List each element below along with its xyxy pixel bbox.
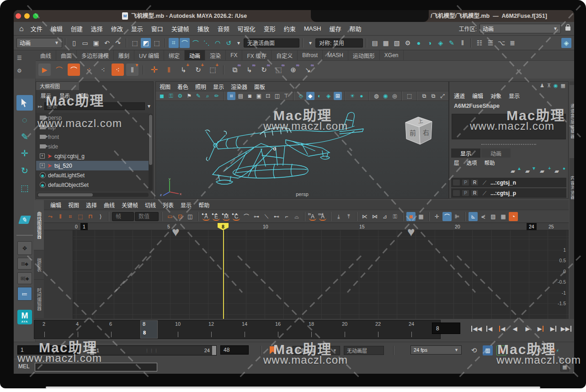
character-set-dropdown[interactable]: 无角色集▼ <box>293 346 340 355</box>
graph-channel-column[interactable] <box>44 223 73 319</box>
graph-body[interactable]: 0 1 5 8 10 15 20 24 25 1 0.5 0 -0.5 -1 -… <box>44 223 569 319</box>
shelf-tab-animation[interactable]: 动画 <box>185 50 205 60</box>
pane-layout-2-icon[interactable]: ⧉ <box>429 92 437 100</box>
pre-infinity-cycle-icon[interactable]: ◔ <box>509 212 518 221</box>
shelf-tab-custom[interactable]: 自定义 <box>272 50 298 60</box>
anim-prefs-time-icon[interactable]: ⟳ <box>535 345 545 355</box>
layer-tab-display[interactable]: 显示 <box>451 148 480 158</box>
outliner-vertical-scrollbar[interactable] <box>149 114 153 191</box>
graph-frame-input[interactable] <box>112 212 134 221</box>
aim-constraint-icon[interactable]: ⊕∞ <box>287 64 299 76</box>
pause-viewport-icon[interactable]: ‖ <box>458 38 468 48</box>
shelf-tab-fx[interactable]: FX <box>226 50 242 60</box>
textured-icon[interactable]: ◈ <box>325 92 333 100</box>
new-scene-icon[interactable]: ▯ <box>69 38 79 48</box>
auto-keyframe-icon[interactable]: ⚙⚡ <box>549 345 559 355</box>
outliner-item-defaultlightset[interactable]: defaultLightSet <box>36 170 149 180</box>
shelf-tab-xgen[interactable]: XGen <box>380 50 404 60</box>
set-key-options-icon[interactable]: ⫴ <box>163 64 175 76</box>
in-tangent-icon[interactable]: inA <box>308 212 317 221</box>
set-translate-key-icon[interactable]: ↳+ <box>177 64 190 76</box>
play-backwards-button[interactable]: ◀ <box>509 323 521 334</box>
graph-value-input[interactable] <box>135 212 159 221</box>
film-gate-icon[interactable]: ▤ <box>236 92 245 100</box>
select-camera-icon[interactable]: ◼ <box>158 92 166 100</box>
resolution-gate-icon[interactable]: ◙ <box>245 92 254 100</box>
viewport-menu-show[interactable]: 显示 <box>213 83 224 90</box>
pole-vector-icon[interactable]: ↘∞ <box>302 64 314 76</box>
out-tangent-icon[interactable]: outA <box>318 212 327 221</box>
lock-tangent-weight-icon[interactable]: ⚿ <box>390 212 400 221</box>
ease-tangent-icon[interactable]: ●-●E <box>212 212 221 221</box>
ipr-render-icon[interactable]: ▧ <box>392 38 402 48</box>
menu-display[interactable]: 显示 <box>127 24 147 33</box>
graph-plot-area[interactable] <box>73 230 569 319</box>
menu-constrain[interactable]: 约束 <box>280 24 300 33</box>
layer-move-down-icon[interactable]: ▰▼ <box>525 168 535 175</box>
auto-snap-icon[interactable]: ◙ <box>406 212 416 221</box>
bookmark-add-icon[interactable]: + <box>270 346 276 354</box>
snap-curve-icon[interactable]: ⌒ <box>180 38 190 48</box>
pane-layout-icon[interactable]: ⧉ <box>420 92 428 100</box>
step-tangent-icon[interactable]: ⌐ <box>282 212 291 221</box>
point-constraint-icon[interactable]: ↳∞ <box>243 64 256 76</box>
channel-attributes-area[interactable] <box>452 114 566 139</box>
layout-outliner-persp-button[interactable]: ≔ <box>17 287 32 301</box>
isolate-select-icon[interactable]: ⬚ <box>405 92 414 100</box>
shelf-tab-curves[interactable]: 曲线 <box>36 50 56 60</box>
display-layers-icon[interactable]: ◈ <box>561 38 571 48</box>
graph-menu-keys[interactable]: 关键帧 <box>122 201 138 209</box>
viewport-menu-renderer[interactable]: 渲染器 <box>231 83 247 90</box>
channel-menu-channels[interactable]: 通道 <box>454 92 465 100</box>
go-to-start-button[interactable]: ◀◀ <box>471 323 482 334</box>
minimize-window-button[interactable] <box>24 13 30 19</box>
region-select-icon[interactable]: ⬚ <box>76 212 85 221</box>
layer-row-cgtsj-p[interactable]: P R ⟋ ...:cgtsj_p <box>451 188 566 198</box>
outliner-menu-help[interactable]: 帮助 <box>78 92 89 99</box>
time-snap-icon[interactable]: ▦ <box>416 212 426 221</box>
playblast-icon[interactable]: ▶ <box>38 64 51 76</box>
render-settings-icon[interactable]: ⚙ <box>403 38 413 48</box>
lasso-tool[interactable]: ◌ <box>16 112 33 128</box>
workspace-dropdown[interactable]: 动画▼ <box>479 24 561 33</box>
graph-menu-select[interactable]: 选择 <box>86 201 97 209</box>
ambient-occlusion-icon[interactable]: ◍ <box>372 92 380 100</box>
editable-motion-trail-icon[interactable]: ⌒ <box>68 64 80 76</box>
range-grip[interactable]: ⋮⋮⋮ <box>145 348 159 353</box>
shelf-tab-fxcache[interactable]: FX 缓存 <box>242 50 272 60</box>
layer-tab-anim[interactable]: 动画 <box>481 148 511 158</box>
template-curve-icon[interactable]: ⌒ <box>442 212 452 221</box>
auto-tangent-icon[interactable]: ●-●A <box>202 212 211 221</box>
render-frame-icon[interactable]: ▦ <box>381 38 391 48</box>
grease-pencil-icon[interactable]: ✏ <box>213 92 221 100</box>
current-frame-marker[interactable]: 8 <box>218 223 229 230</box>
symmetry-field[interactable]: 对称: 禁用 <box>315 38 363 48</box>
graph-menu-curves[interactable]: 曲线 <box>104 201 115 209</box>
normalized-view-icon[interactable]: ▨ <box>489 212 498 221</box>
select-object-icon[interactable]: ◩ <box>141 38 151 48</box>
fixed-tangent-icon[interactable]: ⌓ <box>292 212 301 221</box>
orient-constraint-icon[interactable]: ↻∞ <box>258 64 270 76</box>
outliner-item-cgtsj[interactable]: +➤cgtsj:cgtsj_g <box>36 151 149 161</box>
go-to-end-button[interactable]: ▶▶ <box>560 323 572 334</box>
menu-select[interactable]: 选择 <box>87 24 107 33</box>
parent-constraint-icon[interactable]: ⧉∞ <box>229 64 241 76</box>
shelf-tab-sculpt[interactable]: 雕刻 <box>114 50 134 60</box>
menu-help[interactable]: 帮助 <box>345 24 365 33</box>
gate-mask-icon[interactable]: ▣ <box>255 92 263 100</box>
shaded-icon[interactable]: ◆ <box>306 92 314 100</box>
graph-menu-edit[interactable]: 编辑 <box>50 201 61 209</box>
command-language-label[interactable]: MEL <box>18 363 30 370</box>
bookmark-frame-24[interactable]: 24 <box>527 223 537 230</box>
shelf-tab-motiongraphics[interactable]: 运动图形 <box>348 50 380 60</box>
graph-menu-tangents[interactable]: 切线 <box>145 201 156 209</box>
ghost-all-icon[interactable]: ⁖ <box>112 64 124 76</box>
outliner-search-input[interactable] <box>44 102 145 110</box>
outliner-menu-show[interactable]: 显示 <box>59 92 70 99</box>
lock-camera-icon[interactable]: ⚿ <box>167 92 175 100</box>
step-forward-key-button[interactable]: ▶ <box>535 323 546 334</box>
viewport-menu-view[interactable]: 视图 <box>160 83 170 90</box>
shelf-tab-rendering[interactable]: 渲染 <box>205 50 226 60</box>
paint-select-tool[interactable]: ✎ <box>16 129 33 144</box>
time-slider[interactable]: 2 4 6 8 10 12 14 16 18 20 22 24 8 <box>34 320 441 339</box>
